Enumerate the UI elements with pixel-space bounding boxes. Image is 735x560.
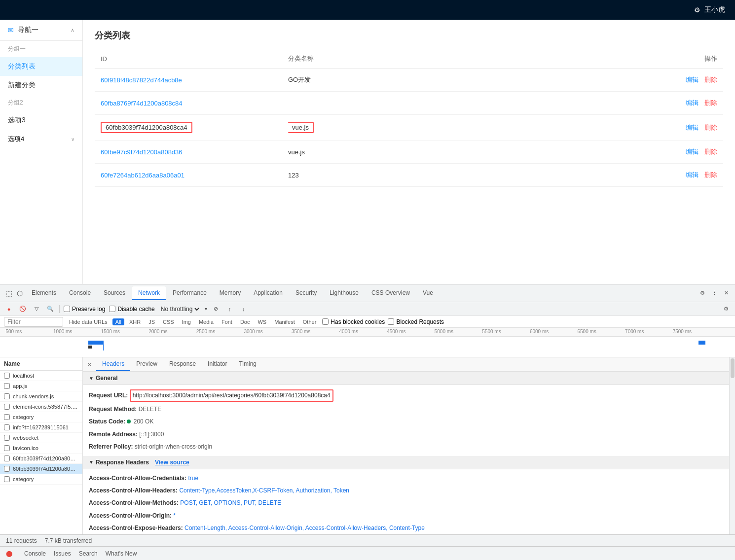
blocked-requests-input[interactable] [388,318,394,325]
preserve-log-checkbox[interactable]: Preserve log [64,306,105,313]
network-item[interactable]: element-icons.535877f5.w... [0,402,82,412]
section-general-header[interactable]: ▼ General [83,372,729,385]
filter-type-hide-data-urls[interactable]: Hide data URLs [66,318,110,325]
filter-type-media[interactable]: Media [196,318,217,325]
section-response-headers[interactable]: ▼ Response Headers View source [83,456,729,469]
devtools-inspect-icon[interactable]: ⬚ [4,288,14,298]
edit-link[interactable]: 编辑 [686,99,698,107]
network-item[interactable]: category [0,474,82,485]
devtools-tab-vue[interactable]: Vue [417,286,439,300]
network-item[interactable]: app.js [0,381,82,391]
filter-type-font[interactable]: Font [219,318,235,325]
edit-link[interactable]: 编辑 [686,147,698,156]
filter-type-xhr[interactable]: XHR [126,318,144,325]
devtools-close-icon[interactable]: ✕ [721,288,731,298]
network-item[interactable]: favicon.ico [0,443,82,454]
search-icon[interactable]: 🔍 [45,304,55,314]
view-source-response[interactable]: View source [155,459,189,466]
network-item-checkbox[interactable] [4,435,10,441]
network-item-checkbox[interactable] [4,404,10,410]
filter-type-doc[interactable]: Doc [237,318,253,325]
network-item-checkbox[interactable] [4,373,10,379]
devtools-responsive-icon[interactable]: ⬡ [15,288,25,298]
network-item[interactable]: 60fbb3039f74d1200a808ca4 [0,454,82,464]
network-item-checkbox[interactable] [4,476,10,482]
network-item[interactable]: info?t=1627289115061 [0,422,82,433]
clear-button[interactable]: 🚫 [18,304,28,314]
devtools-more-icon[interactable]: ⋮ [709,288,719,298]
bottombar-tab-issues[interactable]: Issues [50,548,75,559]
network-item-checkbox[interactable] [4,466,10,472]
filter-icon[interactable]: ▽ [32,304,41,314]
scrollbar-track[interactable] [729,357,735,534]
network-item-checkbox[interactable] [4,383,10,389]
disable-cache-input[interactable] [109,306,115,312]
devtools-tab-elements[interactable]: Elements [26,286,62,300]
disable-cache-checkbox[interactable]: Disable cache [109,306,154,313]
sidebar-item-category-list[interactable]: 分类列表 [0,57,82,76]
devtools-tab-sources[interactable]: Sources [98,286,131,300]
blocked-requests-label[interactable]: Blocked Requests [388,318,444,325]
edit-link[interactable]: 编辑 [686,171,698,179]
sidebar-item-option4[interactable]: 选项4 ∨ [0,130,82,148]
upload-icon[interactable]: ↑ [225,304,235,314]
record-button[interactable]: ● [4,304,14,314]
delete-link[interactable]: 删除 [704,147,717,156]
devtools-tab-network[interactable]: Network [132,286,166,300]
transferred-size: 7.7 kB transferred [45,537,92,544]
throttle-select[interactable]: No throttling [159,305,201,313]
network-item[interactable]: 60fbb3039f74d1200a808ca4 [0,464,82,474]
request-tab-close[interactable]: ✕ [83,359,96,370]
has-blocked-cookies-input[interactable] [322,318,329,325]
request-tab-initiator[interactable]: Initiator [202,357,233,371]
filter-type-js[interactable]: JS [146,318,158,325]
devtools-tab-application[interactable]: Application [248,286,289,300]
delete-link[interactable]: 删除 [704,99,717,107]
bottombar-tab-what's-new[interactable]: What's New [102,548,141,559]
edit-link[interactable]: 编辑 [686,75,698,84]
devtools-tab-security[interactable]: Security [290,286,323,300]
network-item-checkbox[interactable] [4,445,10,451]
sidebar-item-option3[interactable]: 选项3 [0,111,82,130]
request-tab-timing[interactable]: Timing [233,357,262,371]
network-item[interactable]: websocket [0,433,82,443]
bottombar-tab-search[interactable]: Search [75,548,102,559]
network-item[interactable]: chunk-vendors.js [0,391,82,402]
network-item[interactable]: category [0,412,82,422]
devtools-tab-css-overview[interactable]: CSS Overview [366,286,416,300]
network-item[interactable]: localhost [0,371,82,381]
devtools-tab-memory[interactable]: Memory [214,286,247,300]
network-item-checkbox[interactable] [4,424,10,430]
filter-type-ws[interactable]: WS [255,318,269,325]
filter-input[interactable] [4,317,63,327]
network-item-checkbox[interactable] [4,414,10,420]
devtools-tab-performance[interactable]: Performance [167,286,213,300]
network-settings-icon[interactable]: ⚙ [721,304,731,314]
request-details[interactable]: ✕ HeadersPreviewResponseInitiatorTiming … [83,357,729,534]
preserve-log-input[interactable] [64,306,70,312]
filter-type-other[interactable]: Other [300,318,320,325]
devtools-settings-icon[interactable]: ⚙ [698,288,707,298]
devtools-tab-console[interactable]: Console [63,286,97,300]
has-blocked-cookies-label[interactable]: Has blocked cookies [322,318,385,325]
devtools-tab-lighthouse[interactable]: Lighthouse [324,286,365,300]
filter-type-all[interactable]: All [112,318,124,325]
request-tab-preview[interactable]: Preview [130,357,163,371]
delete-link[interactable]: 删除 [704,123,717,132]
network-item-checkbox[interactable] [4,455,10,461]
download-icon[interactable]: ↓ [239,304,249,314]
sidebar-item-new-category[interactable]: 新建分类 [0,76,82,95]
delete-link[interactable]: 删除 [704,171,717,179]
network-item-checkbox[interactable] [4,393,10,399]
filter-type-manifest[interactable]: Manifest [271,318,298,325]
delete-link[interactable]: 删除 [704,75,717,84]
request-tab-headers[interactable]: Headers [96,357,130,371]
network-conditions-icon[interactable]: ⊘ [211,304,221,314]
filter-type-css[interactable]: CSS [160,318,177,325]
sidebar-collapse-icon[interactable]: ∧ [71,27,74,34]
edit-link[interactable]: 编辑 [686,123,698,132]
bottombar-tab-console[interactable]: Console [20,548,50,559]
request-tab-response[interactable]: Response [163,357,202,371]
settings-icon[interactable]: ⚙ [694,6,700,14]
filter-type-img[interactable]: Img [179,318,194,325]
